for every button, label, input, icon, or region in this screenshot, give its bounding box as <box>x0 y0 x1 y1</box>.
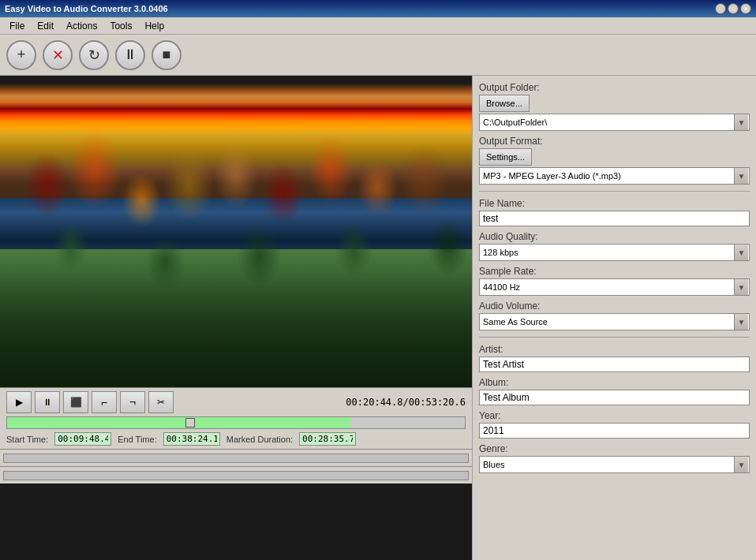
audio-volume-select[interactable]: Same As Source10%25%50%75%100%125%150%20… <box>479 313 750 330</box>
year-label: Year: <box>479 410 750 421</box>
transport-bar: ▶ ⏸ ⬛ ⌐ ¬ ✂ 00:20:44.8/00:53:20.6 <box>0 387 472 449</box>
time-inputs: Start Time: End Time: Marked Duration: <box>6 432 466 446</box>
end-time-input[interactable] <box>163 432 220 446</box>
transport-pause-icon: ⏸ <box>43 397 52 408</box>
audio-quality-label: Audio Quality: <box>479 231 750 242</box>
genre-row: Genre: BluesClassicalCountryElectronicHi… <box>479 443 750 473</box>
output-folder-select-wrapper: C:\OutputFolder\ ▼ <box>479 114 750 131</box>
marked-duration-label: Marked Duration: <box>226 435 293 444</box>
close-button[interactable]: ✕ <box>740 3 751 14</box>
sample-rate-row: Sample Rate: 8000 Hz11025 Hz22050 Hz4410… <box>479 266 750 296</box>
menu-edit[interactable]: Edit <box>31 19 60 33</box>
pause-icon: ⏸ <box>123 47 137 63</box>
file-name-label: File Name: <box>479 198 750 209</box>
add-icon: + <box>17 47 26 63</box>
menu-actions[interactable]: Actions <box>60 19 103 33</box>
output-folder-label: Output Folder: <box>479 82 750 93</box>
window-title: Easy Video to Audio Converter 3.0.0406 <box>5 4 168 13</box>
stop-button[interactable]: ■ <box>152 40 182 70</box>
menu-file[interactable]: File <box>3 19 31 33</box>
audio-quality-select-wrapper: 64 kbps96 kbps128 kbps192 kbps256 kbps32… <box>479 244 750 261</box>
audio-quality-row: Audio Quality: 64 kbps96 kbps128 kbps192… <box>479 231 750 261</box>
title-bar: Easy Video to Audio Converter 3.0.0406 _… <box>0 0 756 17</box>
video-area <box>0 76 472 387</box>
seek-bar-fill <box>7 417 350 428</box>
right-panel: Output Folder: Browse... C:\OutputFolder… <box>472 76 756 560</box>
audio-quality-select[interactable]: 64 kbps96 kbps128 kbps192 kbps256 kbps32… <box>479 244 750 261</box>
sample-rate-label: Sample Rate: <box>479 266 750 277</box>
mark-start-button[interactable]: ⌐ <box>92 391 117 413</box>
album-input[interactable] <box>479 390 750 405</box>
output-format-select-wrapper: MP3 - MPEG Layer-3 Audio (*.mp3) ▼ <box>479 167 750 185</box>
file-name-input[interactable] <box>479 211 750 226</box>
toolbar: + ✕ ↻ ⏸ ■ <box>0 35 756 76</box>
artist-input[interactable] <box>479 357 750 372</box>
output-format-input-row: Settings... <box>479 148 750 166</box>
output-folder-row: Output Folder: Browse... C:\OutputFolder… <box>479 82 750 131</box>
start-time-label: Start Time: <box>6 435 48 444</box>
scissors-icon: ✂ <box>157 397 165 408</box>
frame-back-icon: ⬛ <box>70 397 82 408</box>
play-button[interactable]: ▶ <box>6 391 32 413</box>
start-time-input[interactable] <box>54 432 111 446</box>
menu-tools[interactable]: Tools <box>103 19 138 33</box>
output-folder-input-row: Browse... <box>479 95 750 112</box>
year-input[interactable] <box>479 423 750 439</box>
pause-button[interactable]: ⏸ <box>115 40 145 70</box>
progress-bar-secondary <box>3 471 469 480</box>
transport-controls: ▶ ⏸ ⬛ ⌐ ¬ ✂ 00:20:44.8/00:53:20.6 <box>6 391 466 413</box>
seek-bar[interactable] <box>6 416 466 429</box>
main-content: ▶ ⏸ ⬛ ⌐ ¬ ✂ 00:20:44.8/00:53:20.6 <box>0 76 756 560</box>
mark-end-button[interactable]: ¬ <box>120 391 145 413</box>
end-time-label: End Time: <box>118 435 157 444</box>
settings-button[interactable]: Settings... <box>479 148 532 166</box>
mark-start-icon: ⌐ <box>101 396 107 409</box>
cancel-icon: ✕ <box>52 47 64 64</box>
audio-volume-select-wrapper: Same As Source10%25%50%75%100%125%150%20… <box>479 313 750 330</box>
output-folder-select[interactable]: C:\OutputFolder\ <box>479 114 750 131</box>
cancel-button[interactable]: ✕ <box>43 40 73 70</box>
refresh-button[interactable]: ↻ <box>79 40 109 70</box>
output-format-row: Output Format: Settings... MP3 - MPEG La… <box>479 136 750 185</box>
minimize-button[interactable]: _ <box>715 3 726 14</box>
genre-select[interactable]: BluesClassicalCountryElectronicHip-HopJa… <box>479 456 750 473</box>
transport-pause-button[interactable]: ⏸ <box>35 391 60 413</box>
marked-duration-input[interactable] <box>299 432 356 446</box>
add-button[interactable]: + <box>6 40 36 70</box>
year-row: Year: <box>479 410 750 439</box>
window-controls: _ □ ✕ <box>715 3 751 14</box>
separator-1 <box>479 191 750 192</box>
menu-help[interactable]: Help <box>138 19 170 33</box>
menu-bar: File Edit Actions Tools Help <box>0 17 756 35</box>
album-label: Album: <box>479 377 750 388</box>
artist-label: Artist: <box>479 344 750 355</box>
progress-bar-main <box>3 454 469 463</box>
audio-volume-label: Audio Volume: <box>479 301 750 312</box>
sample-rate-select-wrapper: 8000 Hz11025 Hz22050 Hz44100 Hz48000 Hz … <box>479 278 750 296</box>
album-row: Album: <box>479 377 750 405</box>
browse-button[interactable]: Browse... <box>479 95 530 112</box>
maximize-button[interactable]: □ <box>728 3 739 14</box>
refresh-icon: ↻ <box>88 47 100 64</box>
video-scene <box>0 76 472 387</box>
genre-label: Genre: <box>479 443 750 454</box>
time-display: 00:20:44.8/00:53:20.6 <box>346 397 466 408</box>
separator-2 <box>479 337 750 338</box>
stop-icon: ■ <box>163 47 171 63</box>
mark-end-icon: ¬ <box>129 396 136 409</box>
bottom-bar <box>0 449 472 466</box>
output-format-label: Output Format: <box>479 136 750 147</box>
audio-volume-row: Audio Volume: Same As Source10%25%50%75%… <box>479 301 750 330</box>
bottom-bar-2 <box>0 466 472 483</box>
genre-select-wrapper: BluesClassicalCountryElectronicHip-HopJa… <box>479 456 750 473</box>
seek-bar-thumb[interactable] <box>185 418 195 427</box>
sample-rate-select[interactable]: 8000 Hz11025 Hz22050 Hz44100 Hz48000 Hz <box>479 278 750 296</box>
left-panel: ▶ ⏸ ⬛ ⌐ ¬ ✂ 00:20:44.8/00:53:20.6 <box>0 76 472 560</box>
scissors-button[interactable]: ✂ <box>148 391 174 413</box>
play-icon: ▶ <box>16 397 23 408</box>
frame-back-button[interactable]: ⬛ <box>63 391 88 413</box>
artist-row: Artist: <box>479 344 750 372</box>
output-format-select[interactable]: MP3 - MPEG Layer-3 Audio (*.mp3) <box>479 167 750 185</box>
file-name-row: File Name: <box>479 198 750 226</box>
